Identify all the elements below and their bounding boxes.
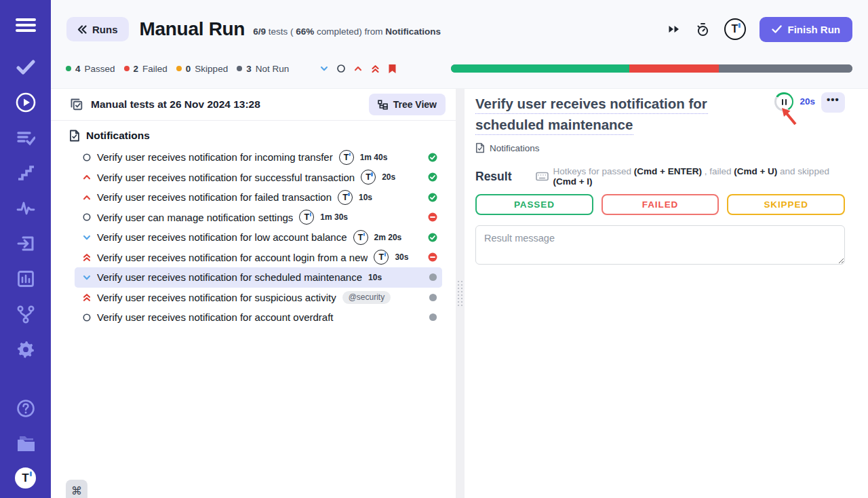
test-row[interactable]: Verify user can manage notification sett… xyxy=(75,208,442,228)
priority-normal-icon xyxy=(82,212,92,222)
summary-passed[interactable]: 4Passed xyxy=(66,64,115,74)
import-icon[interactable] xyxy=(14,232,37,255)
suite-group-notifications[interactable]: Notifications xyxy=(51,121,456,146)
run-header: Manual tests at 26 Nov 2024 13:28 Tree V… xyxy=(51,89,456,121)
testomat-logo-icon[interactable]: T xyxy=(15,467,36,489)
passed-dot-icon xyxy=(66,66,71,71)
status-notrun-icon xyxy=(429,313,437,322)
priority-normal-icon xyxy=(82,313,92,322)
tree-view-icon xyxy=(378,100,388,110)
test-duration: 1m 30s xyxy=(320,212,348,222)
stopwatch-icon[interactable] xyxy=(694,21,711,38)
more-options-button[interactable]: ••• xyxy=(821,92,845,113)
test-duration: 30s xyxy=(395,252,408,262)
test-status xyxy=(424,212,437,222)
fast-forward-icon[interactable] xyxy=(667,24,681,35)
result-message-input[interactable] xyxy=(475,225,845,265)
passed-label: Passed xyxy=(85,64,115,74)
priority-low-icon xyxy=(82,233,92,242)
test-title: Verify user receives notification for ac… xyxy=(97,252,368,263)
command-shortcut-button[interactable]: ⌘ xyxy=(66,480,87,498)
test-row[interactable]: Verify user receives notification for in… xyxy=(75,147,442,168)
test-status xyxy=(424,172,437,182)
menu-icon[interactable] xyxy=(14,14,37,37)
tests-check-icon[interactable] xyxy=(14,56,37,79)
test-row[interactable]: Verify user receives notification for ac… xyxy=(75,307,442,328)
summary-notrun[interactable]: 3Not Run xyxy=(237,64,289,74)
settings-gear-icon[interactable] xyxy=(14,338,37,361)
test-title: Verify user receives notification for sc… xyxy=(97,271,362,283)
status-notrun-icon xyxy=(429,273,437,282)
test-row[interactable]: Verify user receives notification for lo… xyxy=(75,227,442,248)
chevron-up-filter-icon[interactable] xyxy=(353,64,363,73)
test-duration: 10s xyxy=(368,273,382,282)
run-progress-bar[interactable] xyxy=(451,64,852,73)
panel-resize-handle[interactable] xyxy=(456,89,465,498)
mark-passed-button[interactable]: PASSED xyxy=(475,194,593,215)
notrun-label: Not Run xyxy=(256,64,290,74)
test-row[interactable]: Verify user receives notification for fa… xyxy=(75,187,442,208)
tree-view-button[interactable]: Tree View xyxy=(369,94,446,115)
help-icon[interactable] xyxy=(14,397,37,420)
test-title: Verify user receives notification for su… xyxy=(97,292,336,303)
test-title: Verify user can manage notification sett… xyxy=(97,212,293,223)
test-title: Verify user receives notification for su… xyxy=(97,172,355,183)
summary-skipped[interactable]: 0Skipped xyxy=(176,64,228,74)
test-list: Verify user receives notification for in… xyxy=(51,147,456,328)
priority-high-icon xyxy=(82,172,92,182)
pause-timer-button[interactable] xyxy=(774,92,793,111)
chevron-down-filter-icon[interactable] xyxy=(319,64,329,73)
verdict-buttons: PASSED FAILED SKIPPED xyxy=(475,194,845,215)
bookmark-filter-icon[interactable] xyxy=(388,64,397,74)
test-duration: 10s xyxy=(359,193,372,202)
timer-cluster: 20s ••• xyxy=(774,92,845,113)
double-chevron-left-icon xyxy=(77,25,87,34)
testomat-logo-icon: T xyxy=(339,150,354,165)
circle-filter-icon[interactable] xyxy=(336,64,346,73)
status-passed-icon xyxy=(428,233,437,242)
finish-run-button[interactable]: Finish Run xyxy=(760,17,853,42)
hotkeys-hint: Hotkeys for passed (Cmd + ENTER) , faile… xyxy=(536,166,845,187)
breadcrumb[interactable]: Notifications xyxy=(475,142,845,153)
test-row[interactable]: Verify user receives notification for su… xyxy=(75,288,442,308)
test-row[interactable]: Verify user receives notification for su… xyxy=(75,168,442,188)
testomat-logo-icon: T xyxy=(353,230,368,245)
testomat-logo-icon: T xyxy=(299,210,314,225)
summary-failed[interactable]: 2Failed xyxy=(124,64,167,74)
priority-high-icon xyxy=(82,193,92,202)
test-title-line-1: Verify user receives notification for xyxy=(475,93,708,114)
status-passed-icon xyxy=(428,172,437,182)
mark-failed-button[interactable]: FAILED xyxy=(601,194,719,215)
finish-run-label: Finish Run xyxy=(788,24,841,35)
test-status xyxy=(425,273,437,282)
test-status xyxy=(425,293,437,302)
back-to-runs-button[interactable]: Runs xyxy=(66,17,129,41)
status-notrun-icon xyxy=(429,293,437,302)
double-chevron-up-filter-icon[interactable] xyxy=(370,64,380,74)
run-progress-subtitle: 6/9 tests ( 66% completed) from Notifica… xyxy=(253,26,441,37)
test-detail-panel: Verify user receives notification for sc… xyxy=(465,89,868,498)
analytics-icon[interactable] xyxy=(14,267,37,290)
failed-dot-icon xyxy=(124,66,130,71)
testomat-logo-icon: T xyxy=(374,250,389,265)
timer-value: 20s xyxy=(800,96,815,107)
progress-passed-segment xyxy=(451,64,629,73)
topbar-actions: T Finish Run xyxy=(667,17,853,42)
branch-icon[interactable] xyxy=(14,303,37,326)
runs-play-icon[interactable] xyxy=(14,91,37,114)
test-row[interactable]: Verify user receives notification for ac… xyxy=(75,248,442,268)
mark-skipped-button[interactable]: SKIPPED xyxy=(727,194,845,215)
test-row[interactable]: Verify user receives notification for sc… xyxy=(75,267,442,288)
test-title: Verify user receives notification for ac… xyxy=(97,311,334,323)
projects-folder-icon[interactable] xyxy=(14,432,37,455)
status-failed-icon xyxy=(428,212,437,222)
test-tag-badge: @security xyxy=(342,291,391,304)
test-plans-icon[interactable] xyxy=(14,126,37,149)
testomat-logo-icon[interactable]: T xyxy=(724,18,746,40)
pulse-icon[interactable] xyxy=(14,197,37,220)
test-detail-title[interactable]: Verify user receives notification for sc… xyxy=(475,93,787,135)
ellipsis-icon: ••• xyxy=(827,94,840,105)
result-header: Result Hotkeys for passed (Cmd + ENTER) … xyxy=(475,166,845,187)
steps-icon[interactable] xyxy=(14,161,37,185)
testomat-logo-icon: T xyxy=(338,190,353,205)
